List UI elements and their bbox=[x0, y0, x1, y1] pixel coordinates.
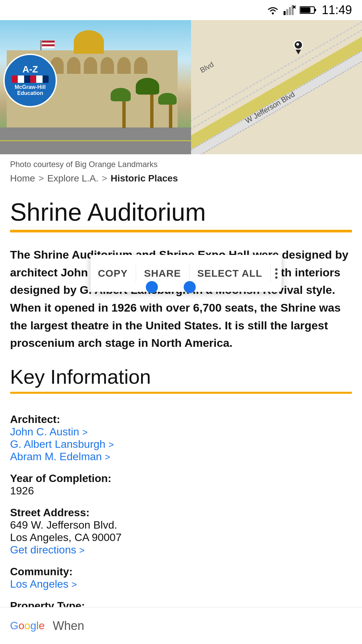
copy-button[interactable]: COPY bbox=[91, 264, 134, 282]
key-info-heading: Key Information bbox=[0, 359, 362, 392]
community-container: Los Angeles > bbox=[10, 578, 352, 590]
breadcrumb-explore-la[interactable]: Explore L.A. bbox=[47, 173, 99, 184]
map-label-blvd: Blvd bbox=[198, 60, 215, 75]
logo-az-text: A-Z bbox=[22, 65, 38, 74]
description-text: The Shrine Auditorium and Shrine Expo Ha… bbox=[0, 232, 362, 359]
selection-handle-right[interactable] bbox=[184, 281, 196, 293]
info-section: Architect: John C. Austin > G. Albert La… bbox=[0, 394, 362, 644]
dot-1 bbox=[275, 268, 278, 271]
community-label: Community: bbox=[10, 566, 352, 578]
architect-item-2: Abram M. Edelman > bbox=[10, 450, 352, 463]
more-options-button[interactable] bbox=[272, 268, 281, 279]
architect-link-0[interactable]: John C. Austin bbox=[10, 426, 79, 438]
flag bbox=[42, 40, 55, 49]
map-bg: Blvd W Jefferson Blvd bbox=[191, 20, 362, 154]
google-letter-g2: g bbox=[30, 620, 36, 632]
road bbox=[0, 127, 191, 154]
google-logo: Google bbox=[10, 620, 45, 632]
select-all-button[interactable]: SELECT ALL bbox=[190, 264, 269, 282]
directions-arrow: > bbox=[79, 545, 84, 555]
directions-container: Get directions > bbox=[10, 544, 352, 556]
architect-arrow-0: > bbox=[82, 427, 87, 437]
palm-tree-3 bbox=[164, 93, 177, 128]
architect-link-1[interactable]: G. Albert Lansburgh bbox=[10, 438, 106, 450]
svg-rect-9 bbox=[300, 7, 310, 13]
directions-link[interactable]: Get directions bbox=[10, 544, 76, 556]
breadcrumb-home[interactable]: Home bbox=[10, 173, 35, 184]
community-link[interactable]: Los Angeles bbox=[10, 578, 68, 590]
dot-3 bbox=[275, 276, 278, 279]
svg-rect-3 bbox=[289, 7, 291, 15]
selection-handle-left[interactable] bbox=[146, 281, 158, 293]
breadcrumb-current: Historic Places bbox=[111, 173, 178, 184]
status-bar: 11:49 bbox=[0, 0, 362, 20]
year-label: Year of Completion: bbox=[10, 472, 352, 485]
palm-tree-1 bbox=[117, 88, 131, 128]
svg-rect-2 bbox=[286, 9, 288, 15]
address-label: Street Address: bbox=[10, 506, 352, 519]
google-search-bar[interactable]: Google When bbox=[0, 607, 362, 644]
breadcrumb-sep-2: > bbox=[102, 173, 107, 184]
google-letter-g1: G bbox=[10, 620, 18, 632]
toolbar-divider-3 bbox=[270, 265, 270, 282]
battery-icon bbox=[300, 6, 316, 14]
building-photo: A-Z McGraw-Hill Education bbox=[0, 20, 191, 154]
images-section: A-Z McGraw-Hill Education bbox=[0, 20, 362, 154]
mcgraw-hill-logo: A-Z McGraw-Hill Education bbox=[3, 54, 57, 107]
map-location-pin bbox=[294, 40, 303, 54]
architect-list: John C. Austin > G. Albert Lansburgh > A… bbox=[10, 426, 352, 463]
google-letter-o2: o bbox=[24, 620, 31, 632]
address-line1: 649 W. Jefferson Blvd. bbox=[10, 519, 352, 531]
architect-item-1: G. Albert Lansburgh > bbox=[10, 438, 352, 450]
dot-2 bbox=[275, 272, 278, 275]
svg-rect-8 bbox=[314, 9, 316, 11]
wifi-icon bbox=[266, 5, 280, 15]
dome bbox=[74, 30, 104, 54]
status-time: 11:49 bbox=[322, 3, 352, 17]
logo-text: McGraw-Hill Education bbox=[15, 84, 46, 96]
status-icons bbox=[266, 5, 316, 15]
svg-point-0 bbox=[272, 12, 274, 14]
google-search-text[interactable]: When bbox=[53, 619, 84, 633]
toolbar-divider-1 bbox=[136, 265, 136, 282]
breadcrumb: Home > Explore L.A. > Historic Places bbox=[0, 169, 362, 188]
photo-credit: Photo courtesy of Big Orange Landmarks bbox=[0, 154, 362, 169]
page-title: Shrine Auditorium bbox=[0, 188, 362, 230]
address-line2: Los Angeles, CA 90007 bbox=[10, 531, 352, 544]
map-section[interactable]: Blvd W Jefferson Blvd bbox=[191, 20, 362, 154]
architect-arrow-2: > bbox=[105, 452, 110, 462]
title-underline bbox=[10, 230, 352, 232]
google-letter-o1: o bbox=[18, 620, 24, 632]
toolbar-divider-2 bbox=[189, 265, 189, 282]
breadcrumb-sep-1: > bbox=[39, 173, 44, 184]
svg-rect-1 bbox=[284, 11, 286, 15]
palm-tree-2 bbox=[144, 78, 159, 128]
community-arrow: > bbox=[71, 579, 77, 590]
architect-label: Architect: bbox=[10, 413, 352, 426]
share-button[interactable]: SHARE bbox=[137, 264, 188, 282]
logo-flag-strip bbox=[12, 75, 49, 83]
google-letter-e: e bbox=[39, 620, 45, 632]
year-value: 1926 bbox=[10, 485, 352, 497]
architect-arrow-1: > bbox=[109, 439, 114, 450]
architect-link-2[interactable]: Abram M. Edelman bbox=[10, 450, 102, 463]
signal-icon bbox=[284, 5, 296, 15]
architect-item-0: John C. Austin > bbox=[10, 426, 352, 438]
